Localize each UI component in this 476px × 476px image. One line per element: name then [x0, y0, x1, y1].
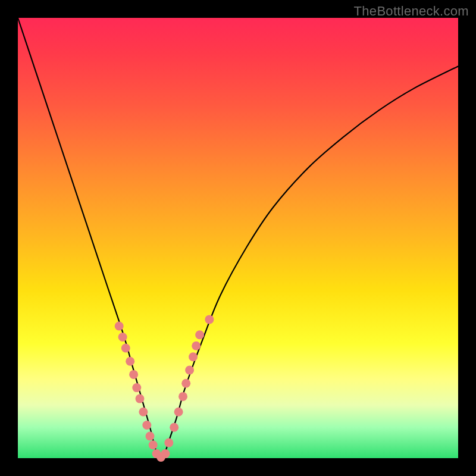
data-marker — [205, 315, 214, 324]
data-marker — [139, 408, 148, 416]
data-marker — [178, 392, 187, 401]
data-marker — [118, 333, 127, 342]
data-marker — [126, 357, 134, 366]
bottleneck-curve — [18, 18, 458, 460]
data-marker — [146, 432, 155, 441]
chart-frame: TheBottleneck.com — [0, 0, 476, 476]
data-marker — [170, 423, 178, 432]
data-marker — [115, 322, 124, 331]
data-marker — [142, 421, 151, 430]
data-marker — [149, 440, 158, 449]
plot-area — [18, 18, 458, 458]
data-marker — [195, 330, 204, 339]
data-marker — [161, 449, 170, 458]
data-marker — [121, 344, 130, 353]
watermark-text: TheBottleneck.com — [354, 4, 469, 19]
data-marker — [135, 394, 144, 403]
data-marker — [181, 379, 190, 388]
data-marker — [192, 342, 201, 350]
data-marker — [185, 366, 194, 375]
data-marker — [132, 383, 141, 392]
data-marker — [174, 408, 183, 416]
curve-layer — [18, 18, 458, 458]
data-marker — [164, 439, 173, 447]
marker-cluster — [115, 315, 214, 462]
data-marker — [129, 370, 138, 379]
data-marker — [189, 352, 198, 361]
